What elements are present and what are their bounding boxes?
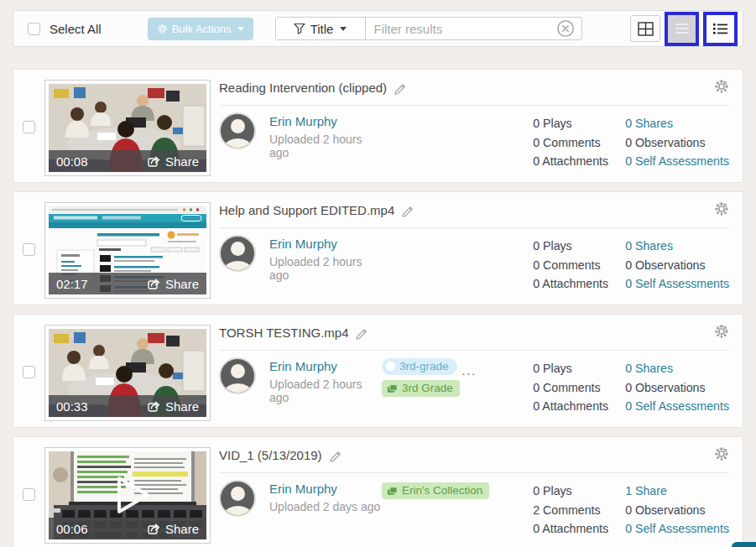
list-view-button[interactable] <box>668 15 696 43</box>
thumbnail-overlay-bar: 00:06 Share <box>49 518 206 539</box>
video-thumbnail[interactable]: 00:06 Share <box>44 447 211 544</box>
attachments-stat: 0 Attachments <box>533 277 613 290</box>
filter-field-label: Title <box>310 22 334 36</box>
shares-link[interactable]: 0 Shares <box>625 239 729 253</box>
comments-stat: 0 Comments <box>533 136 613 149</box>
item-checkbox[interactable] <box>23 243 35 256</box>
divider <box>219 472 729 473</box>
circled-x-icon <box>556 19 575 38</box>
tag-pill[interactable]: 3rd-grade <box>382 358 457 375</box>
share-arrow-icon <box>148 155 160 168</box>
share-button[interactable]: Share <box>148 399 199 414</box>
upload-time: Uploaded 2 hours ago <box>269 255 382 282</box>
collection-pill[interactable]: 3rd Grade <box>382 380 460 397</box>
grid-view-icon <box>638 22 654 36</box>
uploader-link[interactable]: Erin Murphy <box>269 114 382 128</box>
attachments-stat: 0 Attachments <box>533 399 613 413</box>
divider <box>219 350 729 351</box>
video-list-item: 00:33 Share TORSH TESTING.mp4 Erin Murph… <box>13 314 743 428</box>
bulleted-list-icon <box>712 22 728 35</box>
edit-title-icon[interactable] <box>355 326 368 340</box>
edit-title-icon[interactable] <box>401 204 414 217</box>
settings-gear-icon[interactable] <box>714 201 729 216</box>
tags-column <box>382 235 495 236</box>
more-tags-ellipsis[interactable]: ... <box>462 367 477 375</box>
attachments-stat: 0 Attachments <box>533 154 613 168</box>
video-title[interactable]: TORSH TESTING.mp4 <box>219 325 348 341</box>
share-arrow-icon <box>148 523 160 535</box>
uploader-link[interactable]: Erin Murphy <box>269 359 382 373</box>
video-duration: 00:33 <box>56 399 88 414</box>
uploader-link[interactable]: Erin Murphy <box>269 237 382 251</box>
settings-gear-icon[interactable] <box>714 324 729 339</box>
observations-stat: 0 Observations <box>625 503 729 517</box>
filter-results-input[interactable] <box>366 18 550 39</box>
detail-view-button[interactable] <box>706 15 734 43</box>
filter-field-dropdown[interactable]: Title <box>276 18 366 39</box>
share-button[interactable]: Share <box>148 154 199 169</box>
clear-filter-button[interactable] <box>550 18 581 39</box>
plays-stat: 0 Plays <box>533 484 613 498</box>
view-toggle-group <box>630 12 738 46</box>
stats-grid: 0 Plays 1 Share 2 Comments 0 Observation… <box>533 480 729 535</box>
video-list-item: 00:08 Share Reading Intervention (clippe… <box>13 69 743 183</box>
video-thumbnail[interactable]: 00:08 Share <box>44 80 211 176</box>
settings-gear-icon[interactable] <box>714 446 729 461</box>
shares-link[interactable]: 1 Share <box>625 484 729 498</box>
edit-title-icon[interactable] <box>329 449 342 462</box>
item-checkbox[interactable] <box>23 366 35 378</box>
edit-title-icon[interactable] <box>394 81 407 95</box>
shares-link[interactable]: 0 Shares <box>625 362 729 375</box>
thumbnail-overlay-bar: 00:08 Share <box>49 150 206 172</box>
avatar <box>219 357 256 394</box>
video-title[interactable]: Reading Intervention (clipped) <box>219 80 387 96</box>
plays-stat: 0 Plays <box>533 117 613 130</box>
collection-pill[interactable]: Erin's Collection <box>382 482 489 499</box>
plays-stat: 0 Plays <box>533 362 613 375</box>
video-list-item: 00:06 Share VID_1 (5/13/2019) Erin Murph… <box>13 436 743 547</box>
divider <box>219 105 729 106</box>
stats-grid: 0 Plays 0 Shares 0 Comments 0 Observatio… <box>533 235 729 290</box>
video-thumbnail[interactable]: 02:17 Share <box>44 202 211 299</box>
self-assessments-link[interactable]: 0 Self Assessments <box>625 399 729 413</box>
tag-dot-icon <box>386 362 395 371</box>
upload-time: Uploaded 2 days ago <box>269 500 382 513</box>
item-checkbox[interactable] <box>23 121 35 133</box>
video-duration: 02:17 <box>56 277 88 291</box>
stats-grid: 0 Plays 0 Shares 0 Comments 0 Observatio… <box>533 357 729 413</box>
attachments-stat: 0 Attachments <box>533 522 613 535</box>
uploader-link[interactable]: Erin Murphy <box>269 482 382 496</box>
divider <box>219 227 729 228</box>
tags-column: 3rd-grade ... 3rd Grade <box>382 357 495 397</box>
self-assessments-link[interactable]: 0 Self Assessments <box>625 522 729 535</box>
bulk-actions-button[interactable]: Bulk Actions <box>148 18 253 40</box>
chevron-down-icon <box>340 27 347 31</box>
select-all-checkbox[interactable] <box>28 23 40 35</box>
highlight-box <box>665 12 699 46</box>
share-arrow-icon <box>148 278 160 290</box>
share-label: Share <box>165 277 199 291</box>
share-label: Share <box>165 154 199 169</box>
grid-view-button[interactable] <box>630 15 660 42</box>
collection-icon <box>387 486 398 496</box>
self-assessments-link[interactable]: 0 Self Assessments <box>625 154 729 168</box>
observations-stat: 0 Observations <box>625 258 729 272</box>
thumbnail-overlay-bar: 00:33 Share <box>49 395 206 417</box>
hidden-corner-button[interactable] <box>732 542 756 547</box>
settings-gear-icon[interactable] <box>714 79 729 94</box>
share-label: Share <box>165 522 199 536</box>
self-assessments-link[interactable]: 0 Self Assessments <box>625 277 729 290</box>
share-button[interactable]: Share <box>148 522 199 536</box>
video-title[interactable]: VID_1 (5/13/2019) <box>219 447 322 464</box>
funnel-icon <box>294 23 305 34</box>
upload-time: Uploaded 2 hours ago <box>269 378 382 404</box>
item-checkbox[interactable] <box>23 488 35 501</box>
share-button[interactable]: Share <box>148 277 199 291</box>
video-duration: 00:08 <box>56 154 88 169</box>
observations-stat: 0 Observations <box>625 136 729 149</box>
video-thumbnail[interactable]: 00:33 Share <box>44 325 211 421</box>
share-label: Share <box>165 399 199 414</box>
shares-link[interactable]: 0 Shares <box>625 117 729 130</box>
stats-grid: 0 Plays 0 Shares 0 Comments 0 Observatio… <box>533 112 729 168</box>
video-title[interactable]: Help and Support EDITED.mp4 <box>219 202 394 219</box>
